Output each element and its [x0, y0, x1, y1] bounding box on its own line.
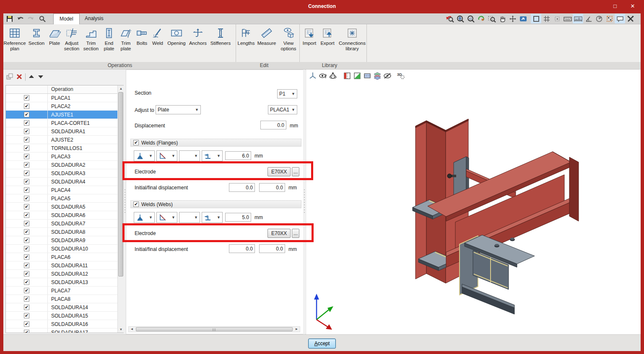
row-checkbox[interactable]: ✔ [24, 171, 29, 176]
trim-section-button[interactable]: Trim section [81, 24, 101, 62]
initial-displacement-flanges-input[interactable] [229, 183, 255, 192]
tab-model[interactable]: Model [53, 13, 80, 24]
opening-button[interactable]: Opening [166, 24, 187, 62]
operation-row[interactable]: ✔ SOLDADURA16 [6, 320, 123, 328]
snap-icon[interactable] [552, 14, 562, 23]
weld-type-butt-select-webs[interactable]: ▼ [134, 212, 155, 223]
operation-row[interactable]: ✔ SOLDADURA5 [6, 203, 123, 211]
move-down-icon[interactable] [37, 74, 44, 80]
row-checkbox[interactable]: ✔ [24, 246, 29, 251]
row-checkbox[interactable]: ✔ [24, 321, 29, 327]
move-view-icon[interactable] [507, 14, 518, 23]
row-checkbox[interactable]: ✔ [24, 120, 29, 126]
operation-row[interactable]: ✔ PLACA4 [6, 186, 123, 194]
row-checkbox[interactable]: ✔ [24, 103, 29, 109]
hscrollbar-thumb[interactable] [136, 327, 293, 331]
row-checkbox[interactable]: ✔ [24, 271, 29, 276]
send-view-icon[interactable] [518, 14, 528, 23]
row-checkbox[interactable]: ✔ [24, 112, 29, 117]
duplicate-icon[interactable] [6, 73, 13, 82]
maximize-button[interactable]: □ [605, 0, 625, 13]
zoom-x2-icon[interactable]: x2 [465, 14, 476, 23]
redraw-icon[interactable] [476, 14, 486, 23]
reference-plan-button[interactable]: Reference plan [3, 24, 26, 62]
move-up-icon[interactable] [28, 74, 35, 80]
weld-type-butt-select[interactable]: ▼ [134, 150, 155, 161]
adjust-to-target-select[interactable]: PLACA1▼ [268, 105, 297, 114]
adjust-section-button[interactable]: Adjust section [62, 24, 81, 62]
operations-scrollbar[interactable]: ▲ ▼ [117, 85, 124, 333]
row-checkbox[interactable]: ✔ [24, 137, 29, 142]
weld-type-empty-select[interactable]: ▼ [179, 150, 200, 161]
plate-button[interactable]: Plate [47, 24, 62, 62]
operation-row[interactable]: ✔ PLACA5 [6, 194, 123, 203]
operation-row[interactable]: ✔ SOLDADURA9 [6, 236, 123, 245]
lengths-button[interactable]: Lengths [236, 24, 256, 62]
stiffeners-button[interactable]: Stiffeners [208, 24, 233, 62]
operation-row[interactable]: ✔ SOLDADURA2 [6, 161, 123, 169]
row-checkbox[interactable]: ✔ [24, 187, 29, 193]
protractor-icon[interactable] [583, 14, 594, 23]
bolts-button[interactable]: Bolts [134, 24, 150, 62]
electrode-webs-more-button[interactable]: ... [292, 229, 299, 238]
operation-row[interactable]: ✔ PLACA7 [6, 287, 123, 295]
row-checkbox[interactable]: ✔ [24, 221, 29, 226]
import-button[interactable]: Import [300, 24, 319, 62]
adjust-to-type-select[interactable]: Plate▼ [156, 105, 201, 114]
zoom-window-icon[interactable] [486, 14, 497, 23]
row-checkbox[interactable]: ✔ [24, 129, 29, 134]
operation-row[interactable]: ✔ PLACA3 [6, 152, 123, 161]
welds-webs-size-input[interactable] [225, 213, 251, 222]
anchors-button[interactable]: Anchors [187, 24, 208, 62]
operation-row[interactable]: ✔ SOLDADURA14 [6, 303, 123, 312]
weld-type-fillet-select[interactable]: ▼ [156, 150, 177, 161]
displacement-input[interactable] [260, 121, 286, 129]
row-checkbox[interactable]: ✔ [24, 229, 29, 235]
operation-row[interactable]: ✔ PLACA2 [6, 102, 123, 111]
row-checkbox[interactable]: ✔ [24, 279, 29, 285]
zoom-previous-icon[interactable] [444, 14, 455, 23]
operation-row[interactable]: ✔ SOLDADURA7 [6, 220, 123, 228]
row-checkbox[interactable]: ✔ [24, 254, 29, 260]
operation-row[interactable]: ✔ PLACA1 [6, 94, 123, 102]
operation-row[interactable]: ✔ PLACA8 [6, 295, 123, 303]
operation-row[interactable]: ✔ SOLDADURA11 [6, 261, 123, 270]
section-button[interactable]: Section [26, 24, 47, 62]
operation-row[interactable]: ✔ SOLDADURA12 [6, 270, 123, 278]
dimensions-icon[interactable]: 1.00 [573, 14, 583, 23]
row-checkbox[interactable]: ✔ [24, 263, 29, 268]
welds-webs-checkbox[interactable]: ✔ [133, 202, 139, 207]
viewport-3d[interactable]: 3D [306, 70, 641, 334]
zoom-extents-icon[interactable] [455, 14, 465, 23]
operation-row[interactable]: ✔ AJUSTE1 [6, 111, 123, 119]
weld-button[interactable]: Weld [150, 24, 166, 62]
row-checkbox[interactable]: ✔ [24, 204, 29, 209]
accept-button[interactable]: Accept [308, 338, 336, 349]
view-options-button[interactable]: View options [278, 24, 299, 62]
welds-flanges-checkbox[interactable]: ✔ [133, 140, 139, 145]
row-checkbox[interactable]: ✔ [24, 313, 29, 318]
row-checkbox[interactable]: ✔ [24, 179, 29, 184]
final-displacement-flanges-input[interactable] [259, 183, 285, 192]
comments-icon[interactable] [615, 14, 625, 23]
operation-row[interactable]: ✔ SOLDADURA8 [6, 228, 123, 236]
row-checkbox[interactable]: ✔ [24, 154, 29, 159]
tab-analysis[interactable]: Analysis [79, 13, 109, 24]
background-icon[interactable] [604, 14, 615, 23]
row-checkbox[interactable]: ✔ [24, 305, 29, 310]
row-checkbox[interactable]: ✔ [24, 330, 29, 333]
splitter-right[interactable] [303, 70, 305, 334]
row-checkbox[interactable]: ✔ [24, 238, 29, 243]
rotation-icon[interactable] [594, 14, 604, 23]
operation-row[interactable]: ✔ SOLDADURA10 [6, 245, 123, 253]
final-displacement-webs-input[interactable] [259, 244, 285, 253]
row-checkbox[interactable]: ✔ [24, 288, 29, 293]
operation-row[interactable]: ✔ SOLDADURA1 [6, 127, 123, 136]
row-checkbox[interactable]: ✔ [24, 296, 29, 302]
export-button[interactable]: Export [319, 24, 336, 62]
operation-row[interactable]: ✔ SOLDADURA4 [6, 178, 123, 186]
scrollbar-thumb[interactable] [118, 92, 123, 276]
operation-row[interactable]: ✔ SOLDADURA3 [6, 169, 123, 178]
delete-icon[interactable] [16, 73, 23, 81]
operation-row[interactable]: ✔ SOLDADURA17 [6, 328, 123, 333]
